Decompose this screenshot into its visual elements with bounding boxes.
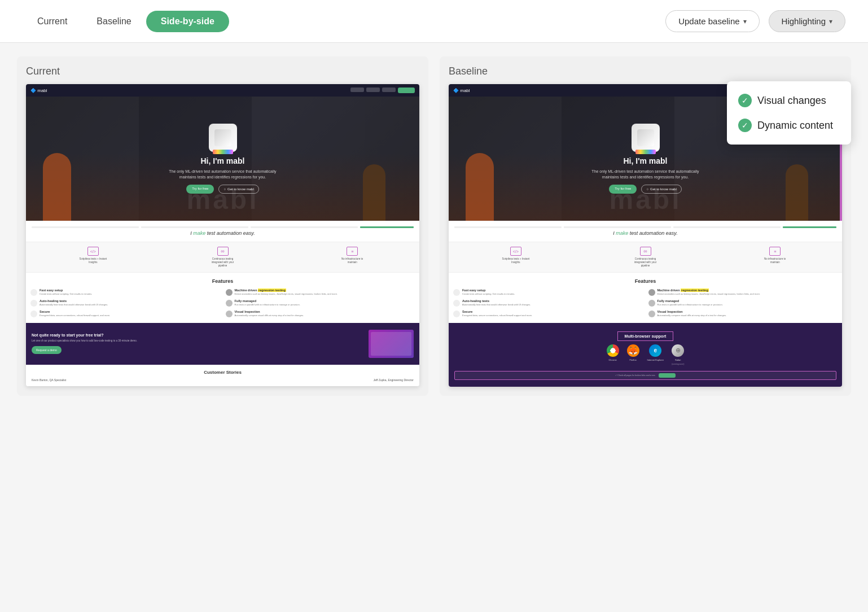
browser-chrome: Chrome bbox=[607, 344, 619, 365]
browser-bottom-text: ✓ Check all pages for broken links and e… bbox=[615, 374, 655, 377]
feature-desc: Automatically heal tests that would othe… bbox=[462, 303, 531, 307]
update-baseline-label: Update baseline bbox=[678, 16, 739, 26]
feature-icon bbox=[453, 311, 460, 317]
feature-icon bbox=[453, 289, 460, 296]
feature-title: Visual Inspection bbox=[235, 310, 304, 313]
try-for-free-btn: Try for free bbox=[609, 185, 637, 194]
checkmark-icon: ✓ bbox=[738, 94, 752, 107]
feature-desc: Create tests without scripting. Get resu… bbox=[462, 292, 515, 296]
visual-changes-label: Visual changes bbox=[757, 95, 826, 107]
scriptless-icon-box: </> bbox=[510, 247, 521, 256]
feature-icon bbox=[648, 311, 655, 317]
features-section: Features Fast easy setup Create tests wi… bbox=[449, 273, 842, 323]
get-to-know-btn: ○ Get to know mabl bbox=[641, 185, 681, 194]
view-tab-group: Current Baseline Side-by-side bbox=[23, 11, 229, 32]
feature-auto-healing: Auto-healing tests Automatically heal te… bbox=[30, 299, 220, 307]
feature-icon-continuous: ∞ Continuous testing integrated with you… bbox=[581, 247, 711, 268]
chrome-label: Chrome bbox=[608, 359, 616, 361]
toolbar-actions: Update baseline ▾ Highlighting ▾ bbox=[665, 10, 845, 32]
feature-title: Fast easy setup bbox=[40, 288, 92, 292]
feature-icon bbox=[648, 289, 655, 296]
dropdown-item-visual-changes[interactable]: ✓ Visual changes bbox=[738, 88, 840, 113]
multibrowser-title: Multi-browser support bbox=[625, 334, 667, 338]
tab-sidebyside[interactable]: Side-by-side bbox=[146, 11, 229, 32]
chevron-down-icon: ▾ bbox=[829, 18, 832, 25]
cta-btn: Request a demo bbox=[32, 346, 62, 354]
feature-secure: Secure Encrypted data, secure connection… bbox=[453, 310, 643, 317]
tagline-section: I make test automation easy. bbox=[449, 221, 842, 242]
continuous-icon-box: ∞ bbox=[640, 247, 651, 256]
feature-icons-row: </> Scriptless tests + Instant Insights … bbox=[26, 242, 419, 273]
feature-icon bbox=[226, 300, 233, 307]
dropdown-item-dynamic-content[interactable]: ✓ Dynamic content bbox=[738, 113, 840, 138]
current-panel-title: Current bbox=[26, 65, 419, 77]
infra-icon-box: ≡ bbox=[347, 247, 358, 256]
continuous-label: Continuous testing integrated with your … bbox=[630, 257, 661, 268]
browser-bottom-bar: ✓ Check all pages for broken links and e… bbox=[454, 371, 836, 380]
features-grid: Fast easy setup Create tests without scr… bbox=[30, 288, 415, 317]
highlighting-button[interactable]: Highlighting ▾ bbox=[769, 10, 845, 32]
customer-stories-title: Customer Stories bbox=[32, 370, 414, 375]
feature-icon bbox=[226, 311, 233, 317]
infra-icon-box: ≡ bbox=[769, 247, 781, 256]
customer-2: Jeff Zupka, Engineering Director bbox=[373, 378, 414, 382]
cta-desc: Let one of our product specialists show … bbox=[32, 339, 364, 343]
feature-fast-setup: Fast easy setup Create tests without scr… bbox=[453, 288, 643, 296]
highlighting-dropdown: ✓ Visual changes ✓ Dynamic content bbox=[727, 81, 851, 145]
feature-desc: Automatically compare visual diffs at ev… bbox=[657, 314, 727, 317]
feature-desc: Encrypted data, secure connections, robu… bbox=[462, 314, 532, 317]
tagline-text: I make test automation easy. bbox=[32, 230, 414, 236]
hero-subtitle: The only ML-driven test automation servi… bbox=[589, 169, 702, 180]
feature-desc: Run tests in parallel with no infrastruc… bbox=[235, 303, 300, 307]
circle-icon: ○ bbox=[646, 187, 648, 191]
scriptless-label: Scriptless tests + Instant Insights bbox=[500, 257, 531, 264]
feature-desc: Detect anomalies such as latency issues,… bbox=[235, 292, 338, 296]
feature-icon-infra: ≡ No infrastructure to maintain bbox=[287, 247, 417, 268]
tagline-section: I make test automation easy. bbox=[26, 221, 419, 242]
firefox-label: Firefox bbox=[629, 359, 636, 361]
feature-visual-inspection: Visual Inspection Automatically compare … bbox=[226, 310, 415, 317]
feature-desc: Create tests without scripting. Get resu… bbox=[40, 292, 92, 296]
get-to-know-btn: ○ Get to know mabl bbox=[218, 185, 258, 194]
feature-icon-scriptless: </> Scriptless tests + Instant Insights bbox=[451, 247, 581, 268]
feature-title: Machine driven regression testing bbox=[657, 288, 761, 292]
ie-icon: e bbox=[649, 344, 661, 357]
feature-icon bbox=[30, 311, 37, 317]
safari-label: Safari bbox=[675, 359, 681, 361]
infra-label: No infrastructure to maintain bbox=[760, 257, 791, 264]
site-logo: 🔷 mabl bbox=[30, 88, 47, 93]
features-title: Features bbox=[30, 278, 415, 284]
browser-ie: e Internet Explorer bbox=[647, 344, 664, 365]
nav-link bbox=[350, 88, 364, 92]
nav-cta bbox=[398, 88, 415, 93]
feature-fully-managed: Fully managed Run tests in parallel with… bbox=[648, 299, 838, 307]
feature-icon bbox=[30, 289, 37, 296]
hero-logo-icon bbox=[209, 124, 237, 152]
baseline-panel-title: Baseline bbox=[449, 65, 842, 77]
tagline-text: I make test automation easy. bbox=[454, 230, 836, 236]
nav-link bbox=[382, 88, 396, 92]
browser-firefox: 🦊 Firefox bbox=[627, 344, 639, 365]
update-baseline-button[interactable]: Update baseline ▾ bbox=[665, 10, 759, 32]
main-content: Current 🔷 mabl bbox=[0, 43, 868, 409]
tab-current[interactable]: Current bbox=[23, 11, 82, 32]
safari-icon: ⊕ bbox=[672, 344, 684, 357]
try-for-free-btn: Try for free bbox=[186, 185, 214, 194]
feature-desc: Detect anomalies such as latency issues,… bbox=[657, 292, 761, 296]
feature-icon bbox=[648, 300, 655, 307]
hero-logo-icon bbox=[632, 124, 660, 152]
dynamic-content-label: Dynamic content bbox=[757, 120, 833, 132]
feature-desc: Run tests in parallel with no infrastruc… bbox=[657, 303, 723, 307]
feature-title: Secure bbox=[40, 310, 110, 313]
feature-fast-setup: Fast easy setup Create tests without scr… bbox=[30, 288, 220, 296]
feature-icons-row: </> Scriptless tests + Instant Insights … bbox=[449, 242, 842, 273]
tab-baseline[interactable]: Baseline bbox=[82, 11, 146, 32]
feature-title: Visual Inspection bbox=[657, 310, 727, 313]
customer-stories-section: Customer Stories Kevin Barton, QA Specia… bbox=[26, 365, 419, 386]
chrome-icon bbox=[607, 344, 619, 357]
hero-buttons: Try for free ○ Get to know mabl bbox=[609, 185, 681, 194]
infra-label: No infrastructure to maintain bbox=[337, 257, 368, 264]
hero-title: Hi, I'm mabl bbox=[623, 156, 667, 165]
continuous-label: Continuous testing integrated with your … bbox=[207, 257, 238, 268]
current-screenshot: 🔷 mabl Hi, I'm mabl The on bbox=[26, 84, 419, 386]
